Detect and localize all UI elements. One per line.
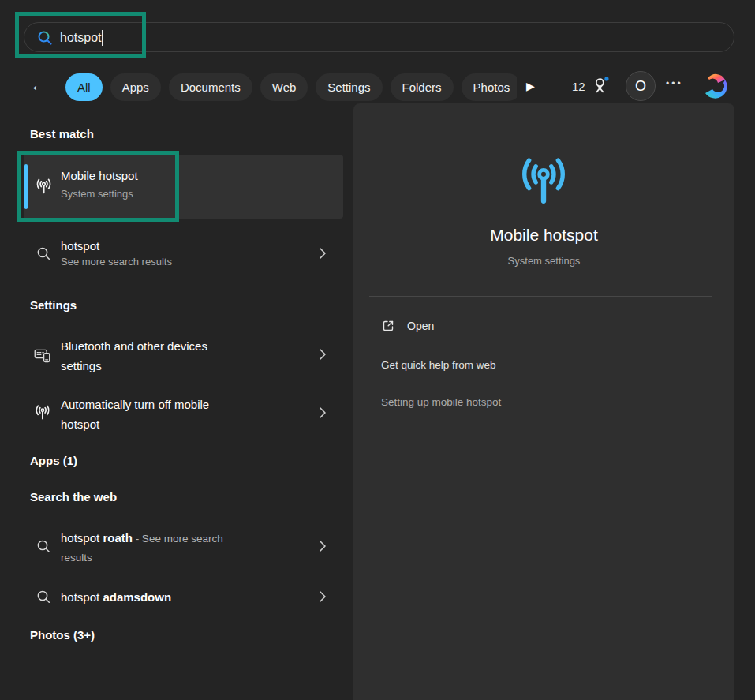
search-input[interactable]: hotspot <box>60 29 103 47</box>
result-title-line1: hotspot roath - See more search <box>61 528 305 548</box>
back-button[interactable]: ← <box>30 75 47 95</box>
search-icon <box>36 538 51 554</box>
result-subtitle: System settings <box>61 188 133 200</box>
hotspot-icon <box>509 152 578 212</box>
tab-documents[interactable]: Documents <box>169 73 252 101</box>
result-bluetooth-settings[interactable]: Bluetooth and other devices settings <box>24 331 343 377</box>
ellipsis-icon: ••• <box>666 78 683 89</box>
section-header-photos: Photos (3+) <box>30 628 95 642</box>
preview-panel: Mobile hotspot System settings Open Get … <box>353 103 734 700</box>
chevron-right-icon[interactable] <box>320 248 326 259</box>
result-title: hotspot adamsdown <box>61 587 305 607</box>
search-filter-tabs: All Apps Documents Web Settings Folders … <box>65 73 517 101</box>
help-header: Get quick help from web <box>381 359 496 371</box>
more-options-button[interactable]: ••• <box>666 78 683 89</box>
section-header-apps: Apps (1) <box>30 454 77 467</box>
result-subtitle: See more search results <box>61 256 172 268</box>
text-caret <box>102 30 103 46</box>
section-header-best-match: Best match <box>30 127 94 140</box>
tab-web[interactable]: Web <box>260 73 308 101</box>
chevron-right-icon[interactable] <box>320 349 326 360</box>
tab-settings[interactable]: Settings <box>316 73 382 101</box>
result-auto-turn-off-hotspot[interactable]: Automatically turn off mobile hotspot <box>24 390 343 436</box>
result-web-hotspot-roath[interactable]: hotspot roath - See more search results <box>24 523 343 569</box>
preview-title: Mobile hotspot <box>353 226 734 245</box>
help-link-setting-up-hotspot[interactable]: Setting up mobile hotspot <box>381 396 501 408</box>
search-icon <box>36 589 51 605</box>
copilot-icon[interactable] <box>701 72 729 100</box>
user-avatar[interactable]: O <box>626 71 656 101</box>
search-icon <box>36 245 51 261</box>
selection-accent-bar <box>24 164 28 209</box>
hotspot-icon <box>33 403 52 422</box>
search-icon <box>36 29 54 47</box>
back-arrow-icon: ← <box>30 75 47 95</box>
result-title-line1: Automatically turn off mobile <box>61 395 305 414</box>
result-title: hotspot <box>61 236 99 256</box>
open-external-icon <box>381 319 395 333</box>
result-mobile-hotspot[interactable]: Mobile hotspot System settings <box>24 155 343 219</box>
tab-photos[interactable]: Photos <box>462 73 517 101</box>
preview-subtitle: System settings <box>353 255 734 267</box>
result-see-more[interactable]: hotspot See more search results <box>24 230 343 276</box>
rewards-icon[interactable] <box>590 75 611 96</box>
chevron-right-icon[interactable] <box>320 591 326 602</box>
devices-icon <box>34 346 50 363</box>
play-right-icon: ▶ <box>526 80 535 92</box>
result-title-line2: hotspot <box>61 414 305 434</box>
result-web-hotspot-adamsdown[interactable]: hotspot adamsdown <box>24 582 343 612</box>
hotspot-icon <box>34 177 54 197</box>
tab-apps[interactable]: Apps <box>110 73 161 101</box>
chevron-right-icon[interactable] <box>320 541 326 552</box>
result-title-line2: results <box>61 548 92 567</box>
tabs-overflow-button[interactable]: ▶ <box>526 80 535 92</box>
rewards-count: 12 <box>572 80 585 93</box>
tab-all[interactable]: All <box>65 73 103 101</box>
section-header-search-web: Search the web <box>30 490 117 503</box>
section-header-settings: Settings <box>30 298 77 312</box>
divider <box>369 296 712 297</box>
tab-folders[interactable]: Folders <box>391 73 454 101</box>
search-box[interactable]: hotspot <box>24 22 734 52</box>
result-title-line2: settings <box>61 356 305 376</box>
result-title: Mobile hotspot <box>61 169 138 182</box>
open-label: Open <box>407 320 434 332</box>
result-title-line1: Bluetooth and other devices <box>61 336 305 356</box>
open-action[interactable]: Open <box>381 316 712 337</box>
chevron-right-icon[interactable] <box>320 407 326 418</box>
